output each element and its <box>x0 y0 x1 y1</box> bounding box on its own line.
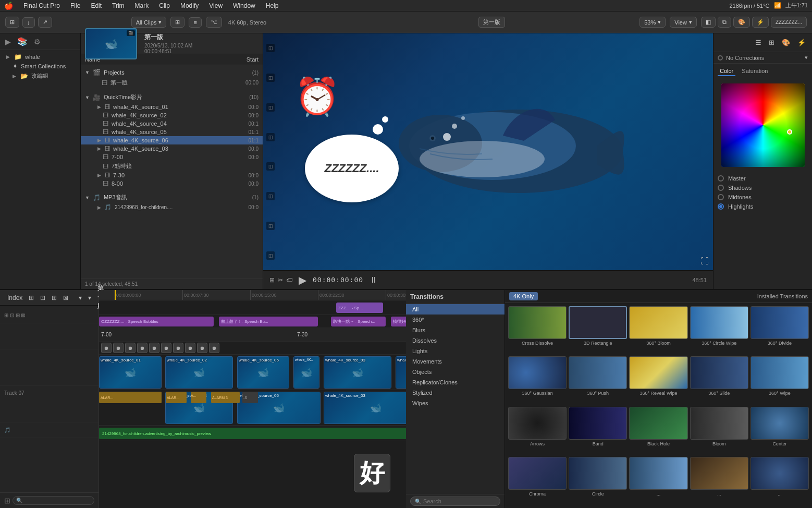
side-btn-1[interactable]: ◫ <box>266 44 275 52</box>
projects-header[interactable]: ▼ 🎬 Projects (1) <box>81 67 263 78</box>
timeline-add-btn[interactable]: ⊞ <box>4 497 10 505</box>
menu-trim[interactable]: Trim <box>110 2 127 9</box>
clip-hao[interactable]: 搞得好嗎? - Speech Bu... <box>391 317 406 326</box>
clip-shu[interactable]: 書上想了！- Speech Bu... <box>219 317 318 326</box>
mp3-header[interactable]: ▼ 🎵 MP3音訊 (1) <box>81 192 263 203</box>
index-tab[interactable]: Index <box>5 293 24 303</box>
qt-item-9[interactable]: 🎞 8-00 00:0 <box>81 179 263 188</box>
play-button[interactable]: ▶ <box>299 274 306 286</box>
clip-source-03b[interactable]: whale_4K_source_03 <box>396 356 406 389</box>
radio-midtones[interactable]: Midtones <box>718 194 808 200</box>
trans-center[interactable]: Center <box>751 407 809 455</box>
view-btn[interactable]: View ▾ <box>670 17 697 28</box>
transition-cat-replicator[interactable]: Replicator/Clones <box>406 377 505 388</box>
trans-19[interactable]: ... <box>690 457 748 505</box>
inspector-btn-2[interactable]: ⧉ <box>718 17 731 28</box>
trans-cross-dissolve[interactable]: Cross Dissolve <box>508 306 567 354</box>
clip-zzz-main[interactable]: OZZZZZZ.... - Speech Bubbles <box>99 317 214 326</box>
trans-bloom[interactable]: Bloom <box>690 407 748 455</box>
grid-view-btn[interactable]: ⊞ <box>170 17 184 28</box>
qt-item-1[interactable]: 🎞 whale_4K_source_02 00:0 <box>81 111 263 119</box>
mode-btn-2[interactable]: ▾ <box>86 293 93 303</box>
transition-cat-objects[interactable]: Objects <box>406 367 505 377</box>
side-btn-6[interactable]: ◫ <box>266 192 275 200</box>
menu-mark[interactable]: Mark <box>133 2 151 9</box>
zoom-dropdown[interactable]: 53% ▾ <box>639 17 666 28</box>
track-icon-2[interactable]: ⏺ <box>113 343 124 353</box>
side-btn-2[interactable]: ◫ <box>266 74 275 82</box>
trans-18[interactable]: ... <box>629 457 687 505</box>
trans-band[interactable]: Band <box>569 407 627 455</box>
search-input[interactable] <box>423 498 496 504</box>
qt-item-4[interactable]: ▶ 🎞 whale_4K_source_06 01:1 <box>81 136 263 144</box>
inspector-icon-1[interactable]: ☰ <box>753 38 764 47</box>
import-btn[interactable]: ↓ <box>22 17 35 28</box>
qt-item-5[interactable]: ▶ 🎞 whale_4K_source_03 00:0 <box>81 144 263 153</box>
tag-btn[interactable]: 🏷 <box>286 276 292 284</box>
saturation-tab[interactable]: Saturation <box>740 67 770 76</box>
apple-menu[interactable]: 🍎 <box>4 2 13 10</box>
track-icon-1[interactable]: ⏺ <box>101 343 112 353</box>
trans-360-slide[interactable]: 360° Slide <box>690 356 748 404</box>
trans-black-hole[interactable]: Black Hole <box>629 407 687 455</box>
inspector-btn-1[interactable]: ◧ <box>701 17 716 28</box>
track-icon-5[interactable]: ⏺ <box>149 343 159 353</box>
transition-cat-lights[interactable]: Lights <box>406 346 505 356</box>
mp3-item-0[interactable]: ▶ 🎵 21429968_for-children.... 00:0 <box>81 203 263 212</box>
menu-modify[interactable]: Modify <box>178 2 201 9</box>
timeline-playhead[interactable] <box>115 290 116 300</box>
radio-master[interactable]: Master <box>718 175 808 182</box>
share-btn[interactable]: ↗ <box>38 17 52 28</box>
trans-360-reveal-wipe[interactable]: 360° Reveal Wipe <box>629 356 687 404</box>
clip-qu[interactable]: 趴快一點→ - Speech... <box>331 317 386 326</box>
trans-arrows[interactable]: Arrows <box>508 407 567 455</box>
qt-item-6[interactable]: 🎞 7-00 00:0 <box>81 153 263 161</box>
clip-source-02[interactable]: whale_4K_source_02 <box>165 356 233 389</box>
mode-btn-1[interactable]: ▾ <box>77 293 84 303</box>
color-tab[interactable]: Color <box>718 67 735 76</box>
filter-btn[interactable]: ⌥ <box>206 17 222 28</box>
trans-20[interactable]: ... <box>751 457 809 505</box>
menu-file[interactable]: File <box>68 2 82 9</box>
qt-item-2[interactable]: 🎞 whale_4K_source_04 00:1 <box>81 119 263 128</box>
trans-360-circle-wipe[interactable]: 360° Circle Wipe <box>690 306 748 354</box>
sidebar-smart-collections[interactable]: ✦ Smart Collections <box>0 62 80 71</box>
transition-cat-blurs[interactable]: Blurs <box>406 325 505 335</box>
transition-cat-stylized[interactable]: Stylized <box>406 388 505 398</box>
thumbnail[interactable]: 🐋 🎬 <box>85 28 137 59</box>
qt-item-8[interactable]: ▶ 🎞 7-30 00:0 <box>81 171 263 179</box>
timeline-ctrl-4[interactable]: ⊠ <box>61 293 70 303</box>
transition-cat-movements[interactable]: Movements <box>406 356 505 367</box>
inspector-icon-3[interactable]: 🎨 <box>780 38 792 47</box>
pause-button[interactable]: ⏸ <box>370 275 378 285</box>
color-wheel-indicator[interactable] <box>787 129 792 135</box>
timeline-ctrl-2[interactable]: ⊡ <box>38 293 47 303</box>
timeline-ctrl-1[interactable]: ⊞ <box>27 293 36 303</box>
menu-window[interactable]: Window <box>231 2 257 9</box>
alarm-clip-4[interactable]: A... <box>191 392 206 403</box>
alarm-clip-6[interactable]: -S <box>242 392 258 403</box>
qt-item-7[interactable]: 🎞 7點時鐘 <box>81 161 263 171</box>
qt-item-0[interactable]: ▶ 🎞 whale_4K_source_01 00:0 <box>81 103 263 111</box>
track-icon-9[interactable]: ⏺ <box>197 343 207 353</box>
track-icon-8[interactable]: ⏺ <box>185 343 195 353</box>
clip-source-01[interactable]: whale_4K_source_01 <box>99 356 162 389</box>
list-view-btn[interactable]: ≡ <box>189 17 201 28</box>
menu-fcp[interactable]: Final Cut Pro <box>21 2 62 9</box>
trans-360-bloom[interactable]: 360° Bloom <box>629 306 687 354</box>
corrections-dropdown[interactable]: No Corrections ▾ <box>713 52 812 64</box>
side-btn-3[interactable]: ◫ <box>266 103 275 112</box>
side-btn-5[interactable]: ◫ <box>266 162 275 171</box>
library-icon[interactable]: 📚 <box>16 35 29 47</box>
trans-chroma[interactable]: Chroma <box>508 457 567 505</box>
transition-cat-all[interactable]: All <box>406 304 505 315</box>
adjust-btn[interactable]: ⊞ <box>269 276 275 284</box>
sidebar-folder[interactable]: ▶ 📂 改編組 <box>0 71 80 81</box>
menu-help[interactable]: Help <box>264 2 281 9</box>
trim-btn[interactable]: ✂ <box>278 276 283 284</box>
trans-360-divide[interactable]: 360° Divide <box>751 306 809 354</box>
side-btn-8[interactable]: ◫ <box>266 251 275 260</box>
track-icon-7[interactable]: ⏺ <box>173 343 183 353</box>
trans-circle[interactable]: Circle <box>569 457 627 505</box>
inspector-btn-3[interactable]: 🎨 <box>733 17 750 28</box>
